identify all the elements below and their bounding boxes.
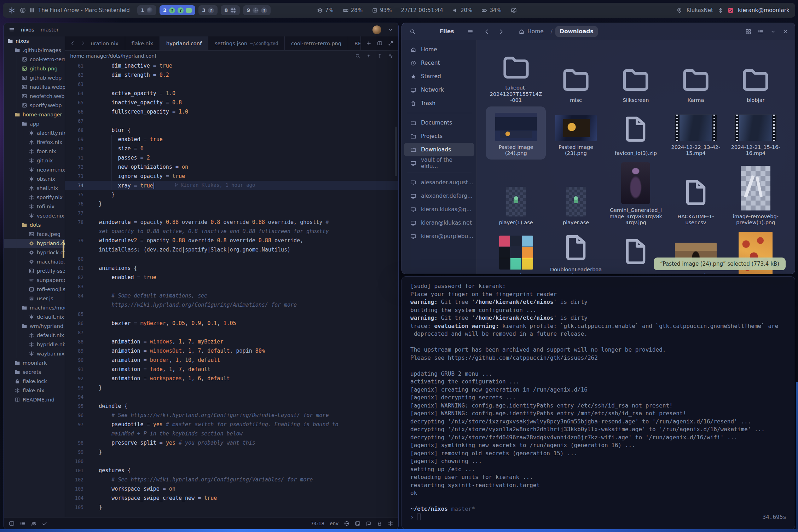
code-line-70[interactable]: 70 size = 6 — [65, 144, 398, 153]
terminal-window[interactable]: [sudo] password for kierank:Place your f… — [401, 276, 795, 530]
code-line-91[interactable]: 91 animation = fade, 1, 7, default — [65, 365, 398, 374]
tree-item-nixos[interactable]: nixos — [4, 36, 65, 46]
tree-item-app[interactable]: app — [4, 119, 65, 128]
sidebar-item-documents[interactable]: Documents — [404, 116, 474, 129]
text-cursor-icon[interactable] — [377, 53, 382, 59]
code-line-81[interactable]: 81animations { — [65, 264, 398, 273]
back-button[interactable] — [484, 29, 490, 35]
grid-view-icon[interactable] — [745, 29, 751, 35]
tree-item-waybar.nix[interactable]: waybar.nix — [4, 349, 65, 358]
sidebar-item-home[interactable]: Home — [404, 43, 474, 56]
env-label[interactable]: env — [330, 521, 339, 526]
project-name[interactable]: nixos — [21, 27, 34, 33]
tab-cool-retro-term.png[interactable]: cool-retro-term.png — [285, 36, 348, 50]
tree-item-spotify.nix[interactable]: spotify.nix — [4, 193, 65, 202]
code-line-75[interactable]: 75 } — [65, 190, 398, 199]
tree-item-user.js[interactable]: JSuser.js — [4, 294, 65, 303]
code-line-100[interactable]: 100 — [65, 457, 398, 466]
tree-item-foot.nix[interactable]: foot.nix — [4, 147, 65, 156]
tree-item-sunpaperconfig[interactable]: sunpaperconfig — [4, 276, 65, 285]
nav-forward-icon[interactable] — [80, 41, 86, 46]
breadcrumb-current[interactable]: Downloads — [555, 26, 598, 37]
code-editor[interactable]: 61 dim_inactive = true62 dim_strength = … — [65, 61, 398, 517]
zoom-pane-icon[interactable] — [388, 41, 393, 46]
chevron-down-icon[interactable] — [388, 27, 393, 33]
branch-name[interactable]: master — [41, 27, 59, 33]
sidebar-item-projects[interactable]: Projects — [404, 129, 474, 143]
prompt-input-line[interactable]: › 34.695s — [410, 513, 786, 521]
file-item-player-1-ase[interactable]: player(1).ase — [496, 160, 537, 229]
assistant-sparkle-icon[interactable] — [366, 53, 371, 59]
file-item-pasted-image-24-png[interactable]: Pasted image (24).png — [486, 106, 546, 160]
workspace-pill-9[interactable]: 9? — [243, 5, 271, 15]
code-line-78[interactable]: 78windowrule = opacity 0.88 override 0.8… — [65, 218, 398, 227]
search-icon[interactable] — [410, 29, 416, 35]
tree-item-cool-retro-term.webp[interactable]: cool-retro-term.webp — [4, 55, 65, 64]
memory-module[interactable]: 28% — [343, 7, 363, 13]
sidebar-item-alexander-defarg-[interactable]: alexander.defarg... — [404, 189, 474, 203]
tree-item-hyprlock.conf[interactable]: hyprlock.conf — [4, 248, 65, 257]
code-line-88[interactable]: 88 animation = windows, 1, 7, myBezier — [65, 337, 398, 346]
tree-item-hypridle.nix[interactable]: hypridle.nix — [4, 340, 65, 349]
code-line-104[interactable]: 104 workspace_swipe_create_new = true — [65, 493, 398, 503]
tree-item-tofi.nix[interactable]: tofi.nix — [4, 202, 65, 211]
code-line-64[interactable]: 64 active_opacity = 1.0 — [65, 89, 398, 98]
volume-module[interactable]: 20% — [452, 7, 472, 13]
file-item-hackatime-1-user-csv[interactable]: HACKATIME-1-user.csv — [666, 160, 725, 229]
tab-README.md[interactable]: README.md — [348, 36, 361, 50]
code-line-82[interactable]: 82 enabled = true — [65, 273, 398, 282]
tree-item-wm/hyprland[interactable]: wm/hyprland — [4, 322, 65, 331]
bluetooth-icon[interactable] — [717, 7, 723, 13]
media-title[interactable]: The Final Arrow - Marc Streitenfeld — [38, 7, 130, 13]
search-icon[interactable] — [355, 53, 360, 59]
file-item-2024-12-21-15-16-16-mp4[interactable]: 2024-12-21_15-16-16.mp4 — [726, 106, 786, 160]
new-tab-icon[interactable] — [366, 41, 371, 46]
breadcrumb[interactable]: home-manager/dots/hyprland.conf — [70, 53, 349, 59]
file-item-wrapped-png[interactable]: wrapped.png — [496, 229, 537, 274]
file-item-image-removebg-preview-1-png[interactable]: image-removebg-preview(1).png — [726, 160, 786, 229]
code-line-96[interactable]: 96 # See https://wiki.hyprland.org/Confi… — [65, 411, 398, 420]
code-line-77[interactable]: 77 — [65, 208, 398, 218]
tree-item-prettify-ss.sh[interactable]: prettify-ss.sh — [4, 266, 65, 276]
lock-icon[interactable] — [377, 521, 382, 526]
code-line-68[interactable]: 68 blur { — [65, 126, 398, 135]
code-line-wrap[interactable]: set opacity to 0.88 active, 0.8 inactive… — [65, 227, 398, 236]
tree-item-firefox.nix[interactable]: firefox.nix — [4, 138, 65, 147]
file-item-ca-crt[interactable]: ca.crt — [617, 229, 654, 274]
code-line-99[interactable]: 99} — [65, 447, 398, 457]
tree-item-machines/moonlark[interactable]: machines/moonlark — [4, 303, 65, 312]
tree-item-default.nix[interactable]: default.nix — [4, 331, 65, 340]
code-line-62[interactable]: 62 dim_strength = 0.2 — [65, 70, 398, 80]
code-line-wrap[interactable]: initialClass: (dev.zed.Zed|spotify|Slack… — [65, 245, 398, 254]
cursor-position[interactable]: 74:18 — [311, 521, 324, 526]
tab-configuration.nix[interactable]: configuration.nix — [91, 36, 125, 50]
tree-item-spotify.webp[interactable]: spotify.webp — [4, 101, 65, 110]
toggle-panel-icon[interactable] — [9, 521, 15, 526]
view-options-chevron-icon[interactable] — [770, 29, 776, 35]
code-line-72[interactable]: 72 new_optimizations = on — [65, 162, 398, 172]
code-line-66[interactable]: 66 fullscreen_opacity = 1.0 — [65, 107, 398, 116]
tree-item-neovim.nix[interactable]: neovim.nix — [4, 165, 65, 174]
code-line-98[interactable]: 98 preserve_split = yes # you probably w… — [65, 438, 398, 447]
code-line-74[interactable]: 74 xray = trueKieran Klukas, 1 hour ago — [65, 181, 398, 190]
avatar[interactable] — [372, 25, 381, 34]
disk-module[interactable]: 93% — [372, 7, 392, 13]
chat-icon[interactable] — [366, 521, 371, 526]
file-item-favicon-io-3-zip[interactable]: favicon_io(3).zip — [611, 106, 660, 160]
network-pin-icon[interactable] — [676, 7, 682, 13]
tab-settings.json[interactable]: settings.json~/.config/zed — [208, 36, 285, 50]
tree-item-tofi-emoji.sh[interactable]: tofi-emoji.sh — [4, 285, 65, 294]
nixos-logo-icon[interactable] — [8, 7, 15, 14]
workspace-pill-1[interactable]: 1 — [137, 5, 156, 15]
code-line-102[interactable]: 102 # See https://wiki.hyprland.org/Conf… — [65, 475, 398, 484]
code-line-87[interactable]: 87 — [65, 328, 398, 337]
sidebar-item-network[interactable]: Network — [404, 83, 474, 97]
tree-item-.github/images[interactable]: .github/images — [4, 46, 65, 55]
sidebar-item-trash[interactable]: Trash — [404, 97, 474, 110]
code-line-83[interactable]: 83 — [65, 282, 398, 291]
tree-item-neofetch.webp[interactable]: neofetch.webp — [4, 92, 65, 101]
code-line-wrap[interactable]: mainMod + P in the keybinds section belo… — [65, 429, 398, 438]
network-name[interactable]: KlukasNet — [687, 7, 713, 13]
tree-item-default.nix[interactable]: default.nix — [4, 312, 65, 322]
tree-item-obs.nix[interactable]: obs.nix — [4, 174, 65, 184]
